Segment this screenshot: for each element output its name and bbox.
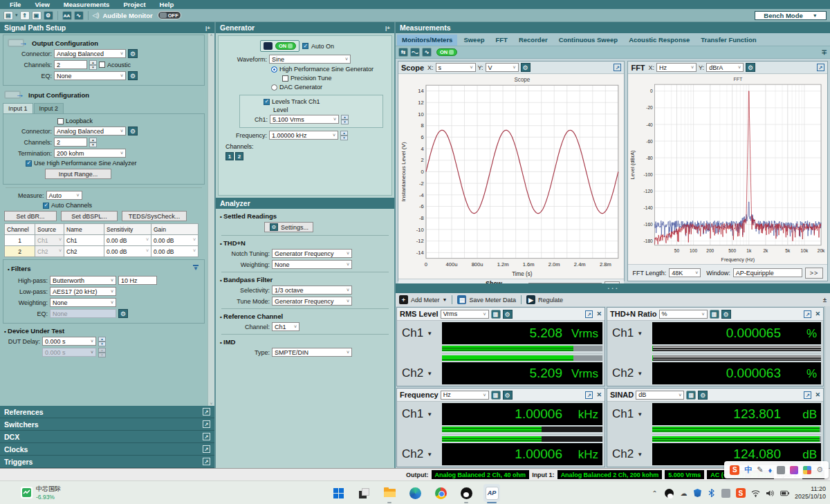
ch1-selector[interactable]: Ch1▼	[399, 326, 442, 340]
meter-popout-icon[interactable]	[804, 310, 811, 318]
output-connector-select[interactable]: Analog Balanced	[54, 49, 126, 58]
gen-channel-2-button[interactable]: 2	[235, 152, 243, 160]
open-external-icon[interactable]	[203, 420, 210, 428]
ref-channel-select[interactable]: Ch1	[272, 322, 299, 331]
meter-gear-icon[interactable]	[698, 391, 708, 400]
tab-acoustic-response[interactable]: Acoustic Response	[624, 35, 694, 46]
high-pass-select[interactable]: Butterworth	[50, 276, 116, 285]
tray-qq-icon[interactable]	[665, 489, 674, 498]
hp-sine-analyzer-checkbox[interactable]	[26, 160, 32, 167]
menu-file[interactable]: File	[3, 0, 28, 9]
section-switchers[interactable]: Switchers	[0, 418, 214, 431]
meter-popout-icon[interactable]	[585, 391, 593, 399]
section-references[interactable]: References	[0, 406, 214, 418]
fft-gear-icon[interactable]	[746, 63, 755, 72]
bench-mode-button[interactable]: Bench Mode ▼	[755, 11, 827, 20]
onedrive-icon[interactable]: ☁	[679, 489, 688, 498]
ch2-selector[interactable]: Ch2▼	[399, 366, 442, 380]
waveform-select[interactable]: Sine	[269, 55, 351, 64]
meters-scrollbar[interactable]	[824, 306, 830, 468]
scope-monitor-icon[interactable]: ∿	[422, 48, 432, 57]
hp-sine-generator-radio[interactable]	[271, 66, 277, 73]
scope-y-select[interactable]: V	[486, 63, 519, 72]
set-dbspl-button[interactable]: Set dBSPL...	[61, 211, 118, 221]
mic-icon[interactable]: ♦	[768, 466, 773, 474]
widgets-button[interactable]: 中芯国际 -6.93%	[21, 485, 61, 501]
fft-y-select[interactable]: dBrA	[706, 63, 744, 72]
taskbar-clock[interactable]: 11:20 2025/10/10	[795, 485, 826, 501]
sogou-tray-icon[interactable]: S	[736, 488, 746, 498]
menu-help[interactable]: Help	[153, 0, 181, 9]
output-eq-gear-icon[interactable]	[128, 71, 138, 80]
open-external-icon[interactable]	[203, 433, 210, 440]
generator-stop-icon[interactable]	[264, 42, 273, 50]
input-channels-input[interactable]: 2	[54, 138, 87, 147]
tab-monitors-meters[interactable]: Monitors/Meters	[397, 35, 457, 46]
high-pass-freq-input[interactable]: 10 Hz	[118, 276, 157, 285]
output-connector-gear-icon[interactable]	[128, 49, 138, 58]
start-button[interactable]	[330, 484, 347, 502]
meter-unit-select[interactable]: Vrms	[441, 310, 489, 319]
meters-view-icon[interactable]: ᴀᴀ	[62, 11, 72, 20]
input-range-button[interactable]: Input Range...	[45, 169, 111, 179]
output-channels-spinner[interactable]: ▲▼	[89, 60, 97, 69]
notch-tuning-select[interactable]: Generator Frequency	[272, 249, 352, 258]
cell-name-input[interactable]: Ch1	[64, 235, 104, 246]
generator-on-toggle[interactable]: ON	[275, 42, 296, 50]
section-dcx[interactable]: DCX	[0, 431, 214, 443]
audible-monitor-toggle[interactable]: OFF	[158, 11, 181, 19]
levels-track-checkbox[interactable]	[264, 99, 270, 105]
wifi-icon[interactable]	[751, 489, 760, 498]
file-explorer-button[interactable]	[381, 484, 398, 502]
tab-recorder[interactable]: Recorder	[514, 35, 553, 46]
tab-fft[interactable]: FFT	[490, 35, 512, 46]
imd-type-select[interactable]: SMPTE/DIN	[272, 348, 352, 357]
sine-monitor-icon[interactable]: ᴖᴗ	[410, 48, 420, 57]
meter-style-icon[interactable]: ▥	[491, 391, 501, 400]
cell-name-input[interactable]: Ch2	[64, 246, 104, 257]
input-connector-gear-icon[interactable]	[128, 127, 138, 136]
low-pass-select[interactable]: AES17 (20 kHz)	[50, 287, 116, 296]
fft-window-input[interactable]: AP-Equiripple	[733, 268, 802, 277]
output-eq-select[interactable]: None	[54, 71, 126, 80]
edge-button[interactable]	[407, 484, 423, 502]
fft-length-select[interactable]: 48K	[669, 268, 701, 277]
meter-close-icon[interactable]: ✕	[596, 391, 602, 398]
import-icon[interactable]: ⇑	[20, 11, 30, 20]
save-meter-data-button[interactable]: Save Meter Data	[469, 297, 516, 304]
cell-source-select[interactable]: Ch1˅	[35, 235, 64, 246]
gen-frequency-select[interactable]: 1.00000 kHz	[269, 131, 338, 140]
meter-gear-icon[interactable]	[721, 310, 731, 319]
dut-delay-spinner[interactable]: ▲▼	[98, 337, 106, 346]
fft-more-button[interactable]: >>	[805, 268, 823, 279]
ch2-selector[interactable]: Ch2▼	[399, 447, 442, 461]
apx500-taskbar-button[interactable]: AP	[483, 484, 500, 502]
analyzer-weighting-select[interactable]: None	[272, 260, 352, 269]
input-connector-select[interactable]: Analog Balanced	[54, 127, 126, 136]
open-external-icon[interactable]	[203, 445, 210, 453]
tab-input-1[interactable]: Input 1	[3, 103, 33, 113]
volume-icon[interactable]	[766, 489, 775, 498]
pen-icon[interactable]: ✎	[757, 465, 763, 474]
fft-popout-icon[interactable]	[817, 64, 824, 71]
tab-input-2[interactable]: Input 2	[34, 103, 64, 113]
teds-syscheck-button[interactable]: TEDS/SysCheck...	[122, 211, 187, 221]
menu-measurements[interactable]: Measurements	[57, 0, 117, 9]
security-shield-icon[interactable]	[694, 489, 701, 497]
task-view-button[interactable]	[356, 484, 372, 502]
cell-sensitivity-select[interactable]: 0.00 dB˅	[104, 246, 151, 257]
ch1-selector[interactable]: Ch1▼	[399, 407, 442, 421]
save-icon[interactable]: ▣	[32, 11, 42, 20]
cell-gain-select[interactable]: 0.00 dB˅	[151, 235, 199, 246]
auto-on-checkbox[interactable]	[302, 43, 308, 49]
measure-select[interactable]: Auto	[46, 191, 82, 200]
weighting-select[interactable]: None	[50, 298, 116, 307]
chinese-mode-icon[interactable]: 中	[744, 465, 752, 475]
collapse-icon[interactable]: ∓	[822, 48, 827, 56]
horizontal-splitter[interactable]	[396, 283, 830, 293]
battery-icon[interactable]	[780, 489, 789, 498]
cell-source-select[interactable]: Ch2˅	[35, 246, 64, 257]
meter-gear-icon[interactable]	[503, 310, 513, 319]
filter-funnel-icon[interactable]: ▼	[193, 265, 199, 271]
meter-popout-icon[interactable]	[585, 310, 593, 318]
